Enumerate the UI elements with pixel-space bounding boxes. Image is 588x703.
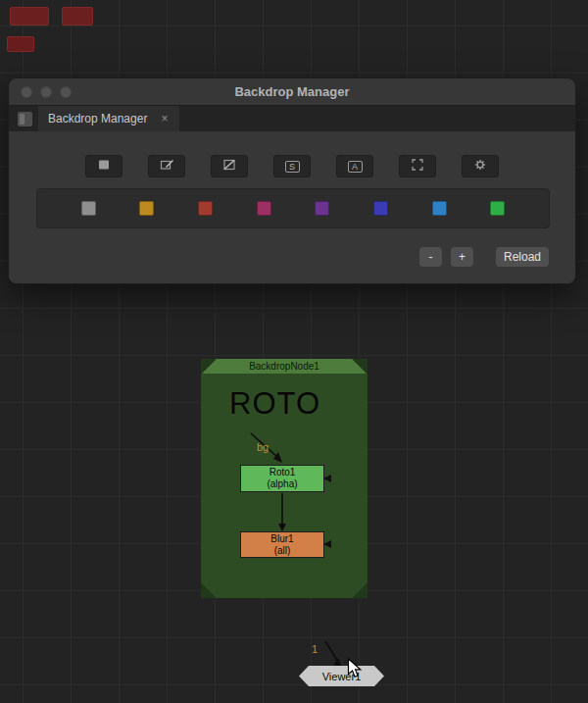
blur-node-name: Blur1 (270, 533, 293, 545)
window-minimize-button[interactable] (40, 86, 52, 98)
tab-close-icon[interactable]: × (161, 112, 168, 126)
fill-backdrop-icon (220, 158, 238, 175)
node-graph-canvas[interactable]: Backdrop Manager Backdrop Manager × (0, 0, 588, 703)
swatch-orange[interactable] (139, 201, 154, 216)
swatch-azure[interactable] (432, 201, 447, 216)
blur-mask-input-arrow[interactable] (323, 540, 331, 548)
bg-input-label: bg (257, 441, 269, 453)
backdrop-resize-corner[interactable] (201, 359, 217, 375)
swatch-green[interactable] (490, 201, 505, 216)
footer-actions: - + Reload (419, 247, 549, 267)
remove-button[interactable]: - (419, 247, 442, 267)
viewer-node-label: Viewer1 (322, 671, 362, 682)
toolbar: S A (9, 155, 575, 177)
window-close-button[interactable] (21, 86, 32, 98)
fit-backdrop-icon (409, 158, 426, 175)
label-s-icon: S (285, 161, 300, 173)
swatch-red[interactable] (198, 201, 213, 216)
edit-backdrop-icon (158, 158, 175, 175)
fill-backdrop-button[interactable] (211, 155, 248, 177)
offscreen-node[interactable] (10, 7, 49, 25)
roto-mask-input-arrow[interactable] (323, 475, 331, 482)
reload-button[interactable]: Reload (496, 247, 549, 267)
swatch-purple[interactable] (315, 201, 329, 216)
backdrop-resize-corner[interactable] (201, 582, 217, 598)
swatch-blue[interactable] (373, 201, 388, 216)
offscreen-node[interactable] (7, 36, 34, 52)
roto-node-channels: (alpha) (267, 478, 297, 490)
settings-button[interactable] (462, 155, 499, 177)
blur-node-channels: (all) (274, 545, 291, 557)
new-backdrop-icon (95, 158, 113, 175)
color-swatch-panel (36, 188, 550, 228)
tab-strip: Backdrop Manager × (9, 105, 575, 131)
backdrop-resize-corner[interactable] (352, 582, 368, 598)
swatch-gray[interactable] (81, 201, 96, 216)
roto-node-name: Roto1 (270, 467, 296, 478)
tab-label: Backdrop Manager (48, 112, 147, 126)
backdrop-caption: ROTO (229, 386, 320, 422)
add-button[interactable]: + (451, 247, 473, 267)
window-titlebar[interactable]: Backdrop Manager (9, 78, 575, 105)
fit-backdrop-button[interactable] (399, 155, 436, 177)
offscreen-node[interactable] (62, 7, 93, 25)
window-title: Backdrop Manager (234, 84, 349, 99)
roto-node[interactable]: Roto1 (alpha) (240, 465, 324, 492)
swatch-magenta[interactable] (257, 201, 271, 216)
tab-backdrop-manager[interactable]: Backdrop Manager × (38, 106, 179, 131)
backdrop-node-header[interactable]: BackdropNode1 (201, 359, 368, 374)
edit-backdrop-button[interactable] (148, 155, 185, 177)
backdrop-manager-window[interactable]: Backdrop Manager Backdrop Manager × (8, 77, 576, 284)
label-a-icon: A (348, 161, 363, 173)
pane-menu-icon[interactable] (18, 112, 32, 126)
viewer-input-label: 1 (312, 643, 318, 655)
backdrop-resize-corner[interactable] (352, 359, 368, 375)
settings-gear-icon (471, 158, 489, 175)
new-backdrop-button[interactable] (85, 155, 122, 177)
label-a-button[interactable]: A (336, 155, 373, 177)
viewer-node[interactable]: Viewer1 (299, 666, 384, 686)
label-s-button[interactable]: S (273, 155, 311, 177)
window-body: S A (9, 131, 575, 284)
blur-node[interactable]: Blur1 (all) (240, 531, 324, 558)
window-zoom-button[interactable] (60, 86, 72, 98)
